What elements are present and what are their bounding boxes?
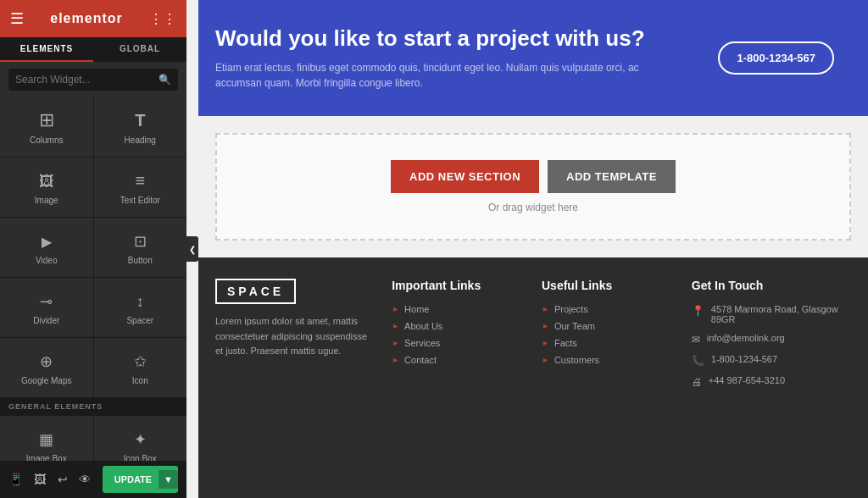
search-icon: 🔍 <box>159 74 171 86</box>
text-editor-icon <box>135 169 145 191</box>
video-icon <box>42 230 52 252</box>
widget-icon-box[interactable]: Icon Box <box>94 416 187 461</box>
chevron-icon: ► <box>392 339 399 347</box>
elementor-logo: elementor <box>50 11 122 26</box>
button-icon <box>134 230 147 252</box>
widget-icon-label: Icon <box>132 376 148 385</box>
important-links-title: Important Links <box>392 279 525 292</box>
contact-email: ✉ info@demolink.org <box>692 333 851 346</box>
chevron-icon: ► <box>392 305 399 313</box>
footer-description: Lorem ipsum dolor sit amet, mattis conse… <box>215 314 375 359</box>
email-icon: ✉ <box>692 334 700 346</box>
general-elements-label: GENERAL ELEMENTS <box>0 398 186 415</box>
icon-widget-icon <box>134 350 147 372</box>
heading-icon <box>135 109 145 131</box>
divider-icon <box>40 290 53 312</box>
footer-link-customers[interactable]: ►Customers <box>542 355 675 365</box>
sidebar-footer: 📱 🖼 ↩ 👁 UPDATE ▼ <box>0 461 186 498</box>
footer-link-contact[interactable]: ►Contact <box>392 355 525 365</box>
widget-button[interactable]: Button <box>94 218 187 277</box>
chevron-icon: ► <box>542 305 549 313</box>
widget-heading-label: Heading <box>125 136 156 145</box>
get-in-touch-title: Get In Touch <box>692 279 851 292</box>
add-new-section-button[interactable]: ADD NEW SECTION <box>391 160 539 193</box>
widget-google-maps[interactable]: Google Maps <box>0 338 93 397</box>
widget-divider[interactable]: Divider <box>0 278 93 337</box>
hero-subtitle: Etiam erat lectus, finibus eget commodo … <box>215 60 639 91</box>
google-maps-icon <box>40 350 53 372</box>
monitor-icon[interactable]: 🖼 <box>34 473 46 486</box>
widget-icon[interactable]: Icon <box>94 338 187 397</box>
tab-global[interactable]: GLOBAL <box>93 37 186 62</box>
hero-section: Would you like to start a project with u… <box>198 0 868 116</box>
empty-section: ADD NEW SECTION ADD TEMPLATE Or drag wid… <box>215 133 851 241</box>
widget-video[interactable]: Video <box>0 218 93 277</box>
main-content: Would you like to start a project with u… <box>198 0 868 498</box>
widget-icon-box-label: Icon Box <box>124 454 157 461</box>
chevron-icon: ► <box>392 322 399 330</box>
widget-spacer[interactable]: Spacer <box>94 278 187 337</box>
widget-text-editor[interactable]: Text Editor <box>94 158 187 217</box>
widget-image-label: Image <box>35 196 58 205</box>
widget-text-editor-label: Text Editor <box>120 196 160 205</box>
footer-link-about[interactable]: ►About Us <box>392 321 525 331</box>
image-icon <box>39 169 54 191</box>
image-box-icon <box>39 428 53 450</box>
widget-columns[interactable]: Columns <box>0 97 93 157</box>
undo-icon[interactable]: ↩ <box>58 473 68 486</box>
mobile-icon[interactable]: 📱 <box>8 473 23 486</box>
add-buttons-group: ADD NEW SECTION ADD TEMPLATE <box>391 160 676 193</box>
spacer-icon <box>136 290 144 312</box>
widget-divider-label: Divider <box>33 316 59 325</box>
phone-icon: 📞 <box>692 355 704 367</box>
search-input[interactable] <box>8 69 178 91</box>
contact-address: 📍 4578 Marmora Road, Glasgow 89GR <box>692 304 851 324</box>
footer-link-facts[interactable]: ►Facts <box>542 338 675 348</box>
drag-hint: Or drag widget here <box>488 202 578 213</box>
grid-icon[interactable]: ⋮⋮ <box>149 11 176 27</box>
widget-video-label: Video <box>36 256 57 265</box>
footer-important-links: Important Links ►Home ►About Us ►Service… <box>392 279 525 477</box>
widgets-grid: Columns Heading Image Text Editor Video … <box>0 97 186 461</box>
widget-button-label: Button <box>128 256 153 265</box>
columns-icon <box>39 109 54 131</box>
collapse-sidebar-handle[interactable]: ❮ <box>186 236 198 262</box>
sidebar-header: ☰ elementor ⋮⋮ <box>0 0 186 37</box>
footer-section: SPACE Lorem ipsum dolor sit amet, mattis… <box>198 257 868 498</box>
eye-icon[interactable]: 👁 <box>79 473 91 486</box>
hamburger-icon[interactable]: ☰ <box>10 9 24 28</box>
icon-box-icon <box>134 428 147 450</box>
brand-logo: SPACE <box>215 279 296 304</box>
update-button[interactable]: UPDATE ▼ <box>103 466 178 493</box>
add-template-button[interactable]: ADD TEMPLATE <box>548 160 676 193</box>
footer-link-team[interactable]: ►Our Team <box>542 321 675 331</box>
chevron-icon: ► <box>392 356 399 364</box>
chevron-icon: ► <box>542 339 549 347</box>
contact-phone: 📞 1-800-1234-567 <box>692 354 851 367</box>
useful-links-title: Useful Links <box>542 279 675 292</box>
footer-brand-col: SPACE Lorem ipsum dolor sit amet, mattis… <box>215 279 375 477</box>
hero-title: Would you like to start a project with u… <box>215 25 718 52</box>
widget-image-box-label: Image Box <box>26 454 67 461</box>
footer-link-services[interactable]: ►Services <box>392 338 525 348</box>
footer-contact-col: Get In Touch 📍 4578 Marmora Road, Glasgo… <box>692 279 851 477</box>
widget-spacer-label: Spacer <box>126 316 153 325</box>
sidebar-tabs: ELEMENTS GLOBAL <box>0 37 186 62</box>
footer-link-projects[interactable]: ►Projects <box>542 304 675 314</box>
footer-useful-links: Useful Links ►Projects ►Our Team ►Facts … <box>542 279 675 477</box>
tab-elements[interactable]: ELEMENTS <box>0 37 93 62</box>
fax-icon: 🖨 <box>692 376 702 388</box>
footer-link-home[interactable]: ►Home <box>392 304 525 314</box>
contact-fax: 🖨 +44 987-654-3210 <box>692 375 851 388</box>
widget-google-maps-label: Google Maps <box>21 376 71 385</box>
chevron-icon: ► <box>542 322 549 330</box>
phone-button[interactable]: 1-800-1234-567 <box>718 42 834 75</box>
update-arrow-icon[interactable]: ▼ <box>159 470 178 489</box>
hero-text: Would you like to start a project with u… <box>215 25 718 91</box>
widget-image-box[interactable]: Image Box <box>0 416 93 461</box>
widget-heading[interactable]: Heading <box>94 97 187 157</box>
widget-image[interactable]: Image <box>0 158 93 217</box>
search-area: 🔍 <box>0 62 186 97</box>
location-icon: 📍 <box>692 305 704 317</box>
widget-columns-label: Columns <box>30 136 63 145</box>
